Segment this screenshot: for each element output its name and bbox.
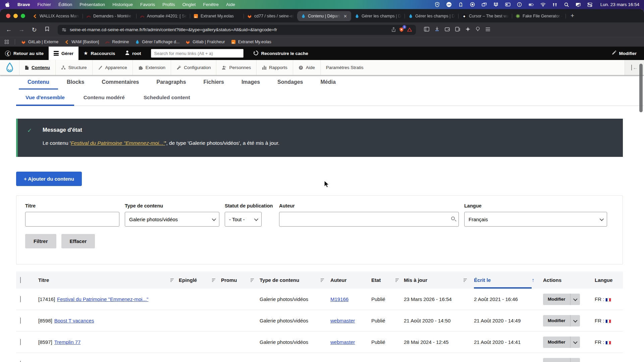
menubar-item-historique[interactable]: Historique	[112, 2, 133, 7]
tab-close-icon[interactable]: ✕	[343, 14, 348, 19]
edit-mode-button[interactable]: Modifier	[611, 47, 637, 60]
reset-button[interactable]: Effacer	[61, 234, 95, 248]
bookmark-gitlab-externe[interactable]: GitLab | Externe	[21, 40, 58, 44]
modifier-dropbutton[interactable]: Modifier	[543, 337, 580, 348]
brave-vpn-icon[interactable]	[407, 27, 412, 32]
bookmark-gitlab-fraicheur[interactable]: Gitlab | Fraîcheur	[185, 40, 225, 44]
sort-icon[interactable]	[212, 278, 216, 282]
modifier-dropbutton[interactable]: Modifier	[543, 358, 580, 362]
menubar-app-name[interactable]: Brave	[17, 2, 30, 7]
tab-paragraphs[interactable]: Paragraphs	[148, 79, 195, 89]
ghost-status-icon[interactable]	[458, 2, 464, 7]
tab-blocks[interactable]: Blocks	[58, 79, 93, 89]
bookmark-gerer-affichage[interactable]: Gérer l'affichage d...	[135, 40, 179, 44]
back-button[interactable]: ←	[4, 26, 13, 33]
airpods-status-icon[interactable]	[552, 2, 557, 7]
brave-shield-icon[interactable]: 1	[399, 27, 404, 32]
dropbox-status-icon[interactable]	[493, 2, 499, 7]
menubar-item-fichier[interactable]: Fichier	[38, 2, 51, 7]
tab-contenu[interactable]: Contenu	[19, 79, 58, 89]
tab-contenu-active[interactable]: Contenu | Départe ✕	[298, 11, 351, 21]
url-text[interactable]: seine-et-marne.cd-seine-et-marne.fr/fr/a…	[70, 27, 388, 32]
menubar-clock[interactable]: Lun. 23 mars 16:54	[600, 2, 639, 7]
apple-logo-icon[interactable]	[5, 2, 10, 7]
reading-list-icon[interactable]	[455, 27, 460, 33]
row-checkbox[interactable]	[20, 317, 21, 324]
menubar-item-presentation[interactable]: Présentation	[79, 2, 105, 7]
title-filter-input[interactable]	[25, 212, 119, 227]
header-epingle[interactable]: Epinglé	[179, 277, 221, 283]
tab-gerer-champs-2[interactable]: Gérer les champs | Dé	[405, 11, 459, 21]
user-menu-button[interactable]: root	[120, 47, 146, 60]
admin-menu-item-parametres-stratis[interactable]: Paramètres Stratis	[321, 60, 369, 75]
tab-gitlab-cd77[interactable]: cd77 / sites / seine-et-	[244, 11, 298, 21]
reload-button[interactable]: ↻	[30, 26, 39, 34]
author-link[interactable]: M19166	[330, 296, 348, 302]
menubar-item-aide[interactable]: Aide	[226, 2, 235, 7]
admin-menu-item-configuration[interactable]: Configuration	[171, 60, 216, 75]
wifi-status-icon[interactable]	[540, 2, 546, 7]
wallet-icon[interactable]	[445, 27, 450, 33]
sort-icon[interactable]	[170, 278, 174, 282]
scrollbar-thumb[interactable]	[639, 64, 643, 112]
tab-redmine-demandes[interactable]: Demandes - Montée d	[83, 11, 137, 21]
tab-gerer-champs-1[interactable]: Gérer les champs | Dé	[351, 11, 405, 21]
header-ecrit-le[interactable]: Écrit le↑	[474, 272, 543, 289]
modifier-dropbutton[interactable]: Modifier	[543, 294, 580, 305]
sidebar-icon[interactable]	[424, 27, 429, 33]
control-center-icon[interactable]	[587, 2, 593, 7]
bookmark-extranet-eolas[interactable]: Extranet My.eolas	[231, 40, 271, 44]
site-settings-icon[interactable]	[62, 28, 66, 32]
menubar-item-edition[interactable]: Édition	[58, 2, 72, 7]
content-title-link[interactable]: Festival du Patrimoine "Emmenez-moi..."	[57, 296, 148, 302]
header-titre[interactable]: Titre	[38, 277, 179, 283]
tab-sondages[interactable]: Sondages	[269, 79, 312, 89]
admin-menu-item-structure[interactable]: Structure	[56, 60, 93, 75]
sort-icon[interactable]	[464, 278, 467, 282]
row-checkbox[interactable]	[20, 296, 21, 302]
back-to-site-button[interactable]: ❮ Retour au site	[0, 47, 49, 60]
zoom-status-icon[interactable]: zm	[446, 2, 452, 7]
author-filter-input[interactable]	[279, 212, 459, 227]
modifier-dropbutton[interactable]: Modifier	[543, 315, 580, 326]
type-filter-select[interactable]: Galerie photos/vidéos	[125, 212, 219, 227]
url-bar[interactable]: seine-et-marne.cd-seine-et-marne.fr/fr/a…	[58, 25, 416, 35]
header-promu[interactable]: Promu	[221, 277, 260, 283]
rebuild-cache-button[interactable]: Reconstruire le cache	[248, 47, 313, 60]
row-checkbox[interactable]	[20, 361, 21, 362]
admin-menu-item-apparence[interactable]: Apparence	[93, 60, 133, 75]
admin-menu-item-personnes[interactable]: Personnes	[216, 60, 257, 75]
filter-button[interactable]: Filtrer	[25, 234, 56, 248]
menubar-item-onglet[interactable]: Onglet	[182, 2, 196, 7]
sidecar-status-icon[interactable]	[505, 2, 511, 7]
sort-icon[interactable]	[251, 278, 254, 282]
admin-menu-item-rapports[interactable]: Rapports	[257, 60, 293, 75]
menubar-item-profils[interactable]: Profils	[162, 2, 175, 7]
bookmark-wam-bastion[interactable]: WAM [Bastion]	[64, 40, 99, 44]
menubar-item-fenetre[interactable]: Fenêtre	[203, 2, 219, 7]
menu-icon[interactable]	[485, 27, 490, 33]
tab-media[interactable]: Média	[312, 79, 344, 89]
header-type[interactable]: Type de contenu	[260, 277, 330, 283]
author-link[interactable]: webmaster	[330, 339, 355, 345]
tab-cursor[interactable]: ◆ Cursor – The best way	[459, 11, 512, 21]
admin-menu-item-aide[interactable]: ? Aide	[293, 60, 321, 75]
select-all-checkbox[interactable]	[20, 277, 21, 283]
add-content-button[interactable]: + Ajouter du contenu	[16, 172, 82, 186]
forward-button[interactable]: →	[17, 26, 26, 33]
manage-menu-button[interactable]: Gérer	[49, 47, 78, 60]
author-link[interactable]: webmaster	[330, 318, 355, 323]
tab-images[interactable]: Images	[233, 79, 269, 89]
battery-status-icon[interactable]	[529, 2, 534, 7]
zoom-window-button[interactable]	[21, 14, 25, 18]
status-filter-select[interactable]: - Tout -	[225, 212, 262, 227]
tab-extranet-eolas[interactable]: Extranet My.eolas	[190, 11, 244, 21]
new-tab-button[interactable]: +	[566, 12, 579, 19]
bookmark-sidebar-icon[interactable]	[42, 26, 52, 33]
admin-menu-item-extension[interactable]: Extension	[133, 60, 171, 75]
share-icon[interactable]	[391, 27, 396, 32]
tab-wallix[interactable]: WALLIX Access Manag	[29, 11, 83, 21]
tab-redmine-anomalie[interactable]: Anomalie #4201: [ Sei	[137, 11, 190, 21]
close-window-button[interactable]	[6, 14, 10, 18]
sort-icon[interactable]	[395, 278, 399, 282]
